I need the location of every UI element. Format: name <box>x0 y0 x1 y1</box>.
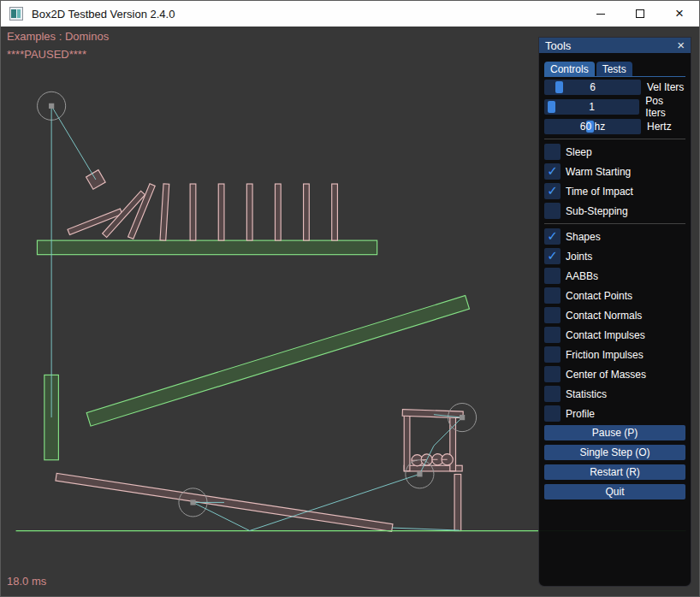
tools-panel: Tools × ControlsTests 6Vel Iters1Pos Ite… <box>538 37 691 587</box>
tools-panel-title: Tools <box>545 39 571 52</box>
joint-anchor-marker-4 <box>460 415 465 420</box>
check-row-friction-impulses: Friction Impulses <box>544 346 685 363</box>
checkbox-label-warm-starting: Warm Starting <box>566 166 631 178</box>
tab-bar: ControlsTests <box>544 62 685 77</box>
app-icon <box>9 7 23 21</box>
check-row-profile: Profile <box>544 405 685 422</box>
checkbox-label-time-of-impact: Time of Impact <box>566 186 633 198</box>
check-row-contact-normals: Contact Normals <box>544 307 685 323</box>
body-cradle-left-post[interactable] <box>404 414 410 471</box>
frame-time-label: 18.0 ms <box>7 575 46 588</box>
checkbox-contact-normals[interactable] <box>544 307 561 323</box>
check-row-time-of-impact: ✓Time of Impact <box>544 183 685 199</box>
check-row-contact-points: Contact Points <box>544 287 685 304</box>
check-row-warm-starting: ✓Warm Starting <box>544 163 685 180</box>
minimize-button[interactable] <box>581 1 620 27</box>
slider-row-hertz: 60 hzHertz <box>544 119 685 134</box>
tab-controls[interactable]: Controls <box>544 62 595 76</box>
close-button[interactable]: × <box>660 1 699 27</box>
checkbox-sleep[interactable] <box>544 144 561 160</box>
checkbox-profile[interactable] <box>544 405 561 422</box>
checkbox-label-contact-impulses: Contact Impulses <box>566 329 645 341</box>
slider-label-vel-iters: Vel Iters <box>647 81 684 93</box>
checkbox-contact-points[interactable] <box>544 287 561 304</box>
checkmark-icon: ✓ <box>547 183 558 199</box>
checkbox-label-sub-stepping: Sub-Stepping <box>566 205 628 217</box>
body-dominos-shelf <box>37 240 377 255</box>
checkbox-time-of-impact[interactable]: ✓ <box>544 183 561 199</box>
separator <box>544 223 685 224</box>
separator <box>544 139 685 139</box>
slider-label-hertz: Hertz <box>647 121 672 133</box>
checkbox-warm-starting[interactable]: ✓ <box>544 163 561 180</box>
body-domino-7[interactable] <box>246 184 252 240</box>
checkbox-joints[interactable]: ✓ <box>544 248 561 264</box>
checkbox-aabbs[interactable] <box>544 268 561 284</box>
joint-line-2 <box>51 106 96 180</box>
close-icon: × <box>675 9 684 18</box>
window-title: Box2D Testbed Version 2.4.0 <box>32 8 175 21</box>
checkbox-label-center-of-masses: Center of Masses <box>566 369 646 381</box>
slider-track-pos-iters[interactable]: 1 <box>544 99 639 115</box>
checkmark-icon: ✓ <box>547 163 558 180</box>
check-row-statistics: Statistics <box>544 386 685 402</box>
panel-close-icon[interactable]: × <box>677 40 685 50</box>
check-row-center-of-masses: Center of Masses <box>544 366 685 382</box>
checkmark-icon: ✓ <box>547 228 558 245</box>
joint-line-7 <box>434 417 462 446</box>
joint-anchor-marker-1 <box>49 103 54 109</box>
slider-track-vel-iters[interactable]: 6 <box>544 80 641 95</box>
check-row-joints: ✓Joints <box>544 248 685 264</box>
slider-track-hertz[interactable]: 60 hz <box>544 119 641 134</box>
slider-value-vel-iters: 6 <box>544 80 641 95</box>
checkbox-friction-impulses[interactable] <box>544 346 561 363</box>
window-titlebar[interactable]: Box2D Testbed Version 2.4.0 × <box>1 1 699 27</box>
button-restart-r[interactable]: Restart (R) <box>544 464 685 480</box>
tools-panel-titlebar[interactable]: Tools × <box>539 38 691 53</box>
body-domino-8[interactable] <box>275 184 281 240</box>
checkbox-statistics[interactable] <box>544 386 561 402</box>
checkbox-label-shapes: Shapes <box>566 231 601 243</box>
button-pause-p[interactable]: Pause (P) <box>544 425 685 440</box>
body-ground-post[interactable] <box>454 474 461 530</box>
check-row-sleep: Sleep <box>544 144 685 160</box>
tab-tests[interactable]: Tests <box>596 62 632 76</box>
checkbox-label-contact-normals: Contact Normals <box>566 310 642 322</box>
slider-label-pos-iters: Pos Iters <box>645 95 685 119</box>
check-row-sub-stepping: Sub-Stepping <box>544 203 685 219</box>
checkbox-label-friction-impulses: Friction Impulses <box>566 349 644 361</box>
check-row-contact-impulses: Contact Impulses <box>544 327 685 343</box>
body-domino-5[interactable] <box>190 184 196 240</box>
slider-row-vel-iters: 6Vel Iters <box>544 80 685 95</box>
checkbox-label-statistics: Statistics <box>566 388 607 400</box>
body-domino-4[interactable] <box>160 184 169 240</box>
checkbox-center-of-masses[interactable] <box>544 366 561 382</box>
checkbox-label-aabbs: AABBs <box>566 270 598 282</box>
slider-group: 6Vel Iters1Pos Iters60 hzHertz <box>544 80 685 134</box>
example-label: Examples : Dominos <box>7 30 109 43</box>
button-single-step-o[interactable]: Single Step (O) <box>544 445 685 460</box>
slider-row-pos-iters: 1Pos Iters <box>544 99 685 115</box>
body-domino-9[interactable] <box>304 184 310 240</box>
minimize-icon <box>596 14 605 15</box>
body-angled-shelf <box>86 296 469 427</box>
checkbox-contact-impulses[interactable] <box>544 327 561 343</box>
checkbox-sub-stepping[interactable] <box>544 203 561 219</box>
check-row-aabbs: AABBs <box>544 268 685 284</box>
maximize-button[interactable] <box>620 1 660 27</box>
joint-line-9 <box>392 528 459 530</box>
slider-value-hertz: 60 hz <box>544 119 641 134</box>
checkbox-label-contact-points: Contact Points <box>566 290 632 302</box>
checkbox-label-profile: Profile <box>566 408 595 420</box>
joint-anchor-marker-2 <box>190 499 195 505</box>
checkbox-label-joints: Joints <box>566 251 592 263</box>
checkbox-shapes[interactable]: ✓ <box>544 228 561 245</box>
joint-anchor-marker-3 <box>417 471 422 476</box>
slider-value-pos-iters: 1 <box>544 99 639 115</box>
body-domino-10[interactable] <box>332 184 338 240</box>
app-window: Box2D Testbed Version 2.4.0 × Examples :… <box>0 0 700 597</box>
paused-label: ****PAUSED**** <box>7 48 86 61</box>
button-quit[interactable]: Quit <box>544 484 685 499</box>
panel-buttons: Pause (P)Single Step (O)Restart (R)Quit <box>544 425 685 499</box>
body-domino-6[interactable] <box>218 184 224 240</box>
